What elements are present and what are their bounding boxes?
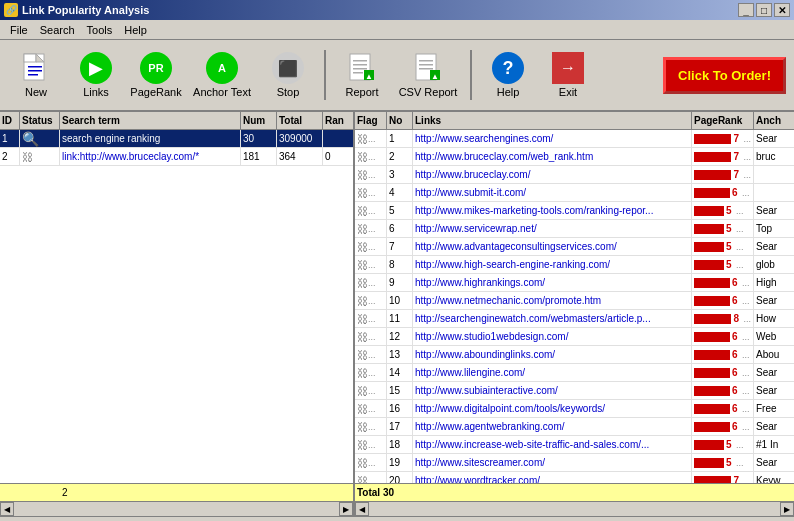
- right-scroll-left-btn[interactable]: ◀: [355, 502, 369, 516]
- close-button[interactable]: ✕: [774, 3, 790, 17]
- right-row-4[interactable]: ⛓ ... 4 http://www.submit-it.com/ 6 ...: [355, 184, 794, 202]
- row-no-19: 19: [387, 454, 413, 471]
- right-row-16[interactable]: ⛓ ... 16 http://www.digitalpoint.com/too…: [355, 400, 794, 418]
- row-no-9: 9: [387, 274, 413, 291]
- ellipsis-17: ...: [368, 422, 376, 432]
- ellipsis-5: ...: [368, 206, 376, 216]
- row-link-13[interactable]: http://www.aboundinglinks.com/: [413, 346, 692, 363]
- links-button[interactable]: ▶ Links: [68, 45, 124, 105]
- row-link-15[interactable]: http://www.subiainteractive.com/: [413, 382, 692, 399]
- row-link-7[interactable]: http://www.advantageconsultingservices.c…: [413, 238, 692, 255]
- row-link-14[interactable]: http://www.lilengine.com/: [413, 364, 692, 381]
- right-row-10[interactable]: ⛓ ... 10 http://www.netmechanic.com/prom…: [355, 292, 794, 310]
- minimize-button[interactable]: _: [738, 3, 754, 17]
- right-scroll-right-btn[interactable]: ▶: [780, 502, 794, 516]
- row-anchor-11: How: [754, 310, 794, 327]
- left-scroll-left-btn[interactable]: ◀: [0, 502, 14, 516]
- right-row-18[interactable]: ⛓ ... 18 http://www.increase-web-site-tr…: [355, 436, 794, 454]
- anchor-text-label: Anchor Text: [193, 86, 251, 98]
- help-button[interactable]: ? Help: [480, 45, 536, 105]
- toolbar: New ▶ Links PR PageRank A Anchor Text ⬛ …: [0, 40, 794, 112]
- ellipsis-4: ...: [368, 188, 376, 198]
- row-pr-17: 6 ...: [692, 418, 754, 435]
- row-link-18[interactable]: http://www.increase-web-site-traffic-and…: [413, 436, 692, 453]
- col-header-status: Status: [20, 112, 60, 129]
- left-row-2[interactable]: 2 ⛓ link:http://www.bruceclay.com/* 181 …: [0, 148, 353, 166]
- row-link-12[interactable]: http://www.studio1webdesign.com/: [413, 328, 692, 345]
- pagerank-button[interactable]: PR PageRank: [128, 45, 184, 105]
- row-link-1[interactable]: http://www.searchengines.com/: [413, 130, 692, 147]
- menu-tools[interactable]: Tools: [81, 22, 119, 38]
- link-icon-2: ⛓: [357, 151, 368, 163]
- row-link-2[interactable]: http://www.bruceclay.com/web_rank.htm: [413, 148, 692, 165]
- row-link-5[interactable]: http://www.mikes-marketing-tools.com/ran…: [413, 202, 692, 219]
- new-button[interactable]: New: [8, 45, 64, 105]
- report-button[interactable]: ▲ Report: [334, 45, 390, 105]
- row-link-20[interactable]: http://www.wordtracker.com/: [413, 472, 692, 483]
- row-no-5: 5: [387, 202, 413, 219]
- exit-button[interactable]: → Exit: [540, 45, 596, 105]
- col-header-rank: Ran: [323, 112, 353, 129]
- help-icon: ?: [492, 52, 524, 84]
- footer-total: [275, 487, 321, 498]
- report-label: Report: [345, 86, 378, 98]
- right-row-1[interactable]: ⛓ ... 1 http://www.searchengines.com/ 7 …: [355, 130, 794, 148]
- right-scroll-track[interactable]: [369, 502, 780, 516]
- right-row-3[interactable]: ⛓ ... 3 http://www.bruceclay.com/ 7 ...: [355, 166, 794, 184]
- left-scroll-right-btn[interactable]: ▶: [339, 502, 353, 516]
- csv-report-button[interactable]: ▲ CSV Report: [394, 45, 462, 105]
- row-no-15: 15: [387, 382, 413, 399]
- menu-search[interactable]: Search: [34, 22, 81, 38]
- row-anchor-17: Sear: [754, 418, 794, 435]
- left-row-1[interactable]: 1 🔍 search engine ranking 30 309000: [0, 130, 353, 148]
- new-label: New: [25, 86, 47, 98]
- row-link-17[interactable]: http://www.agentwebranking.com/: [413, 418, 692, 435]
- footer-count: 2: [62, 487, 239, 498]
- svg-rect-15: [419, 64, 433, 66]
- maximize-button[interactable]: □: [756, 3, 772, 17]
- right-row-5[interactable]: ⛓ ... 5 http://www.mikes-marketing-tools…: [355, 202, 794, 220]
- right-row-2[interactable]: ⛓ ... 2 http://www.bruceclay.com/web_ran…: [355, 148, 794, 166]
- menu-file[interactable]: File: [4, 22, 34, 38]
- row-link-6[interactable]: http://www.servicewrap.net/: [413, 220, 692, 237]
- row-link-11[interactable]: http://searchenginewatch.com/webmasters/…: [413, 310, 692, 327]
- right-row-9[interactable]: ⛓ ... 9 http://www.highrankings.com/ 6 .…: [355, 274, 794, 292]
- order-button[interactable]: Click To Order!: [663, 57, 786, 94]
- row-link-3[interactable]: http://www.bruceclay.com/: [413, 166, 692, 183]
- row1-rank: [323, 130, 353, 147]
- row-link-16[interactable]: http://www.digitalpoint.com/tools/keywor…: [413, 400, 692, 417]
- row-pr-4: 6 ...: [692, 184, 754, 201]
- right-row-11[interactable]: ⛓ ... 11 http://searchenginewatch.com/we…: [355, 310, 794, 328]
- right-row-17[interactable]: ⛓ ... 17 http://www.agentwebranking.com/…: [355, 418, 794, 436]
- row-link-4[interactable]: http://www.submit-it.com/: [413, 184, 692, 201]
- right-row-7[interactable]: ⛓ ... 7 http://www.advantageconsultingse…: [355, 238, 794, 256]
- right-row-6[interactable]: ⛓ ... 6 http://www.servicewrap.net/ 5 ..…: [355, 220, 794, 238]
- menu-help[interactable]: Help: [118, 22, 153, 38]
- right-row-15[interactable]: ⛓ ... 15 http://www.subiainteractive.com…: [355, 382, 794, 400]
- row-link-19[interactable]: http://www.sitescreamer.com/: [413, 454, 692, 471]
- anchor-text-button[interactable]: A Anchor Text: [188, 45, 256, 105]
- right-row-13[interactable]: ⛓ ... 13 http://www.aboundinglinks.com/ …: [355, 346, 794, 364]
- svg-rect-9: [353, 68, 367, 70]
- link-icon-17: ⛓: [357, 421, 368, 433]
- row-link-9[interactable]: http://www.highrankings.com/: [413, 274, 692, 291]
- row-flag-8: ⛓ ...: [355, 256, 387, 273]
- svg-rect-3: [28, 66, 42, 68]
- right-row-12[interactable]: ⛓ ... 12 http://www.studio1webdesign.com…: [355, 328, 794, 346]
- row-link-8[interactable]: http://www.high-search-engine-ranking.co…: [413, 256, 692, 273]
- col-header-no: No: [387, 112, 413, 129]
- row2-status: ⛓: [20, 148, 60, 165]
- exit-label: Exit: [559, 86, 577, 98]
- row-link-10[interactable]: http://www.netmechanic.com/promote.htm: [413, 292, 692, 309]
- row-flag-16: ⛓ ...: [355, 400, 387, 417]
- right-row-14[interactable]: ⛓ ... 14 http://www.lilengine.com/ 6 ...…: [355, 364, 794, 382]
- row-pr-6: 5 ...: [692, 220, 754, 237]
- right-row-20[interactable]: ⛓ ... 20 http://www.wordtracker.com/ 7 .…: [355, 472, 794, 483]
- right-row-8[interactable]: ⛓ ... 8 http://www.high-search-engine-ra…: [355, 256, 794, 274]
- row-flag-11: ⛓ ...: [355, 310, 387, 327]
- row-flag-4: ⛓ ...: [355, 184, 387, 201]
- stop-button[interactable]: ⬛ Stop: [260, 45, 316, 105]
- row-pr-5: 5 ...: [692, 202, 754, 219]
- right-row-19[interactable]: ⛓ ... 19 http://www.sitescreamer.com/ 5 …: [355, 454, 794, 472]
- left-scroll-track[interactable]: [14, 502, 339, 516]
